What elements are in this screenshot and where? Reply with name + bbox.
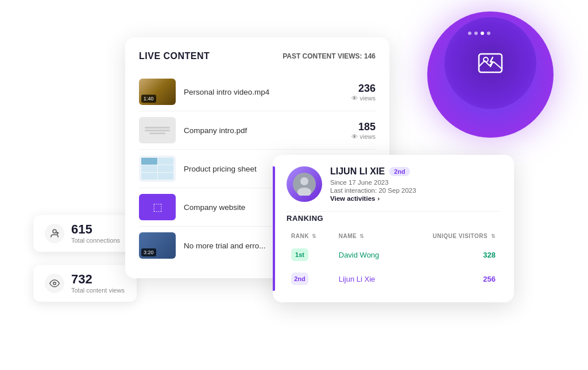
col-visitors: UNIQUE VISITORS ⇅ xyxy=(402,229,500,243)
eye-icon xyxy=(49,278,60,289)
dot-2 xyxy=(474,32,478,35)
past-views-label: PAST CONTENT VIEWS: xyxy=(283,52,362,60)
views-count-1: 236 xyxy=(351,83,376,95)
past-views-count: 146 xyxy=(364,52,376,60)
name-col-label: NAME xyxy=(339,233,357,239)
card-header: LIVE CONTENT PAST CONTENT VIEWS: 146 xyxy=(139,51,376,61)
ranking-table: RANK ⇅ NAME ⇅ UNIQUE VISITORS ⇅ xyxy=(287,229,500,291)
purple-dots-row xyxy=(468,32,490,35)
col-rank: RANK ⇅ xyxy=(287,229,334,243)
profile-since: Since 17 June 2023 xyxy=(330,179,416,186)
content-name-2: Company intro.pdf xyxy=(184,126,343,135)
avatar-image xyxy=(293,173,316,196)
svg-point-5 xyxy=(53,282,56,285)
pdf-line-1 xyxy=(145,127,171,128)
dot-4 xyxy=(487,32,490,35)
ranking-header-row: RANK ⇅ NAME ⇅ UNIQUE VISITORS ⇅ xyxy=(287,229,500,243)
profile-section: LIJUN LI XIE 2nd Since 17 June 2023 Last… xyxy=(287,166,500,202)
connections-info: 615 Total connections xyxy=(71,223,120,244)
connections-label: Total connections xyxy=(71,237,120,244)
visitors-col-label: UNIQUE VISITORS xyxy=(433,233,488,239)
avatar xyxy=(287,166,322,202)
view-activities-link[interactable]: View activities › xyxy=(330,195,416,202)
connections-icon xyxy=(45,224,64,243)
ranking-row-2: 2nd Lijun Li Xie 256 xyxy=(287,267,500,291)
view-activities-text: View activities xyxy=(330,195,375,202)
content-views-2: 185 👁 views xyxy=(351,121,376,140)
rank-badge-1: 1st xyxy=(291,248,308,261)
rank-cell-1: 1st xyxy=(287,243,334,267)
thumb-pdf-2 xyxy=(139,117,176,143)
dot-3-active xyxy=(481,32,484,35)
external-link-icon: ⬚ xyxy=(153,201,163,213)
svg-point-2 xyxy=(53,229,56,233)
pdf-preview xyxy=(139,117,176,143)
eye-icon-2: 👁 xyxy=(351,133,358,140)
purple-circle-inner xyxy=(444,17,536,109)
ranking-title: RANKING xyxy=(287,211,500,223)
sheet-preview xyxy=(139,155,176,182)
visitors-cell-2: 256 xyxy=(402,267,500,291)
video-badge-2: 3:20 xyxy=(141,248,156,256)
image-lightning-icon xyxy=(477,49,504,77)
profile-rank-badge: 2nd xyxy=(389,167,410,176)
thumb-website-4: ⬚ xyxy=(139,194,176,220)
views-number: 732 xyxy=(71,273,125,286)
views-icon xyxy=(45,274,64,293)
pdf-line-3 xyxy=(149,133,165,134)
views-label-2: 👁 views xyxy=(351,133,376,140)
profile-ranking-card: LIJUN LI XIE 2nd Since 17 June 2023 Last… xyxy=(273,155,514,302)
name-sort-icon[interactable]: ⇅ xyxy=(359,233,365,239)
content-item-1[interactable]: 1:40 Personal intro video.mp4 236 👁 view… xyxy=(139,73,376,111)
views-label: Total content views xyxy=(71,287,125,294)
rank-sort-icon[interactable]: ⇅ xyxy=(312,233,317,239)
profile-name: LIJUN LI XIE xyxy=(330,166,385,177)
past-content-views: PAST CONTENT VIEWS: 146 xyxy=(283,52,376,60)
pdf-line-2 xyxy=(145,130,171,131)
video-badge-1: 1:40 xyxy=(141,95,156,103)
content-name-1: Personal intro video.mp4 xyxy=(184,88,343,96)
person-add-icon xyxy=(49,228,60,239)
rank-col-label: RANK xyxy=(291,233,309,239)
eye-icon-1: 👁 xyxy=(351,95,358,102)
scene: LIVE CONTENT PAST CONTENT VIEWS: 146 1:4… xyxy=(0,0,588,370)
views-stats-card: 732 Total content views xyxy=(33,265,137,302)
views-count-2: 185 xyxy=(351,121,376,133)
name-cell-1: David Wong xyxy=(334,243,402,267)
visitors-sort-icon[interactable]: ⇅ xyxy=(491,233,496,239)
thumb-sheet-3 xyxy=(139,155,176,182)
dot-1 xyxy=(468,32,471,35)
rank-badge-2: 2nd xyxy=(291,272,308,285)
connections-number: 615 xyxy=(71,223,120,236)
name-cell-2: Lijun Li Xie xyxy=(334,267,402,291)
content-views-1: 236 👁 views xyxy=(351,83,376,102)
profile-last-interaction: Last interaction: 20 Sep 2023 xyxy=(330,187,416,194)
thumb-video2-5: 3:20 xyxy=(139,232,176,259)
live-content-title: LIVE CONTENT xyxy=(139,51,210,61)
views-info: 732 Total content views xyxy=(71,273,125,294)
profile-info: LIJUN LI XIE 2nd Since 17 June 2023 Last… xyxy=(330,166,416,202)
connections-stats-card: 615 Total connections xyxy=(33,215,137,252)
content-item-2[interactable]: Company intro.pdf 185 👁 views xyxy=(139,111,376,150)
rank-cell-2: 2nd xyxy=(287,267,334,291)
views-label-1: 👁 views xyxy=(351,95,376,102)
svg-point-7 xyxy=(300,177,308,185)
chevron-right-icon: › xyxy=(377,195,380,202)
profile-name-row: LIJUN LI XIE 2nd xyxy=(330,166,416,177)
ranking-row-1: 1st David Wong 328 xyxy=(287,243,500,267)
visitors-cell-1: 328 xyxy=(402,243,500,267)
col-name: NAME ⇅ xyxy=(334,229,402,243)
thumb-video-1: 1:40 xyxy=(139,79,176,105)
